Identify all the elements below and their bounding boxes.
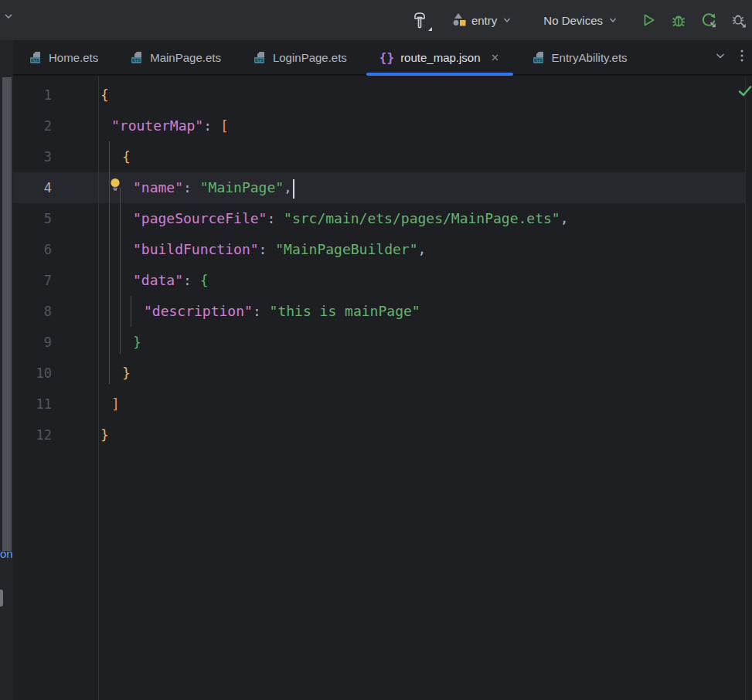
svg-text:ETS: ETS [31, 58, 39, 63]
code-line[interactable]: { [100, 80, 569, 110]
code-token: "data" [133, 272, 183, 288]
main-toolbar: entry No Devices [0, 0, 752, 41]
tab-close-icon[interactable] [490, 53, 500, 63]
module-shapes-icon [451, 12, 467, 29]
ets-file-icon: ETS [29, 51, 43, 64]
code-token: : [259, 241, 276, 257]
tab-mainpage-ets[interactable]: ETS MainPage.ets [114, 40, 237, 74]
code-token: [ [220, 117, 229, 134]
module-selector[interactable]: entry [447, 7, 517, 33]
code-line[interactable]: "description": "this is mainPage" [100, 296, 569, 327]
code-token: "pageSourceFile" [133, 210, 267, 226]
tab-label: LoginPage.ets [273, 51, 347, 64]
run-actions [637, 7, 750, 33]
line-number[interactable]: 4 [13, 172, 52, 203]
tab-label: route_map.json [400, 51, 480, 64]
code-token: { [100, 87, 109, 103]
code-token: "name" [133, 179, 183, 195]
code-token: ] [111, 396, 120, 412]
module-chevron-down-icon [502, 15, 512, 25]
line-number[interactable]: 12 [13, 420, 52, 450]
code-token: , [417, 241, 426, 257]
code-token: "description" [144, 303, 253, 319]
tabbar-overflow-controls [713, 40, 752, 74]
line-number[interactable]: 9 [13, 327, 52, 358]
ets-file-icon: ETS [131, 51, 144, 64]
json-file-icon: {} [379, 51, 394, 64]
code-line[interactable]: { [100, 141, 569, 172]
code-token: "MainPageBuilder" [275, 241, 417, 257]
line-number[interactable]: 11 [13, 389, 52, 420]
svg-text:ETS: ETS [132, 58, 141, 63]
device-chevron-down-icon [607, 15, 618, 25]
attach-debugger-button[interactable] [727, 7, 750, 33]
code-token: : [183, 179, 200, 195]
code-token: } [133, 334, 141, 350]
svg-text:ETS: ETS [255, 58, 264, 63]
device-label: No Devices [543, 14, 603, 27]
code-line[interactable]: "name": "MainPage", [100, 172, 569, 203]
code-token: "buildFunction" [133, 241, 259, 257]
window-chevron-down-icon[interactable] [2, 10, 15, 22]
line-number[interactable]: 6 [13, 234, 52, 265]
intention-lightbulb-icon[interactable] [108, 177, 122, 195]
text-caret [293, 179, 294, 199]
code-token: { [122, 148, 131, 165]
code-line[interactable]: "pageSourceFile": "src/main/ets/pages/Ma… [100, 203, 569, 234]
line-number[interactable]: 5 [13, 203, 52, 234]
device-selector[interactable]: No Devices [539, 7, 623, 33]
line-number[interactable]: 2 [13, 110, 52, 141]
tab-label: MainPage.ets [150, 51, 221, 64]
code-line[interactable]: ] [100, 389, 569, 420]
hammer-dropdown-corner [428, 27, 432, 31]
rail-handle[interactable] [0, 590, 3, 607]
code-token: "src/main/ets/pages/MainPage.ets" [284, 210, 560, 226]
code-line[interactable]: "data": { [100, 265, 569, 296]
tab-loginpage-ets[interactable]: ETS LoginPage.ets [237, 40, 363, 74]
ets-file-icon: ETS [254, 51, 267, 64]
code-token: , [284, 179, 292, 195]
code-editor[interactable]: 123456789101112 {"routerMap": [{"name": … [13, 76, 752, 700]
build-hammer-icon[interactable] [407, 7, 433, 33]
tab-home-ets[interactable]: ETS Home.ets [13, 40, 114, 74]
code-token: { [200, 272, 209, 288]
code-token: : [183, 272, 200, 288]
code-line[interactable]: } [100, 358, 569, 389]
code-area[interactable]: {"routerMap": [{"name": "MainPage","page… [100, 80, 569, 450]
tab-options-kebab-icon[interactable] [740, 49, 744, 66]
code-token: : [267, 210, 284, 226]
code-line[interactable]: } [100, 327, 569, 358]
code-token: , [560, 210, 569, 226]
line-number[interactable]: 10 [13, 358, 52, 389]
line-number[interactable]: 1 [13, 80, 52, 110]
code-line[interactable]: "routerMap": [ [100, 110, 569, 141]
toolbar-run-group: entry No Devices [407, 0, 750, 40]
code-token: "this is mainPage" [270, 303, 420, 319]
line-number-gutter[interactable]: 123456789101112 [13, 80, 52, 450]
scrollbar-track-edge [745, 76, 746, 700]
debug-button[interactable] [667, 7, 690, 33]
code-token: } [100, 426, 109, 443]
rerun-button[interactable] [697, 7, 720, 33]
inspection-ok-check-icon[interactable] [738, 85, 752, 100]
code-token: } [122, 365, 131, 381]
tab-route-map-json[interactable]: {} route_map.json [363, 40, 516, 74]
ets-file-icon: ETS [533, 51, 546, 64]
tool-window-divider[interactable] [2, 77, 12, 551]
left-tool-rail: on [0, 40, 13, 700]
tab-entryability-ets[interactable]: ETS EntryAbility.ets [516, 40, 644, 74]
code-token: : [253, 303, 270, 319]
line-number[interactable]: 8 [13, 296, 52, 327]
tab-list-chevron-down-icon[interactable] [713, 49, 727, 66]
code-token: "MainPage" [200, 179, 284, 195]
code-token: : [203, 117, 220, 134]
code-line[interactable]: "buildFunction": "MainPageBuilder", [100, 234, 569, 265]
code-line[interactable]: } [100, 420, 569, 450]
run-button[interactable] [637, 7, 660, 33]
gutter-separator [98, 76, 99, 700]
module-label: entry [471, 14, 497, 27]
line-number[interactable]: 3 [13, 141, 52, 172]
cropped-tree-label: on [0, 547, 13, 560]
editor-tab-bar: ETS Home.ets ETS MainPage.ets ETS [13, 40, 752, 76]
line-number[interactable]: 7 [13, 265, 52, 296]
